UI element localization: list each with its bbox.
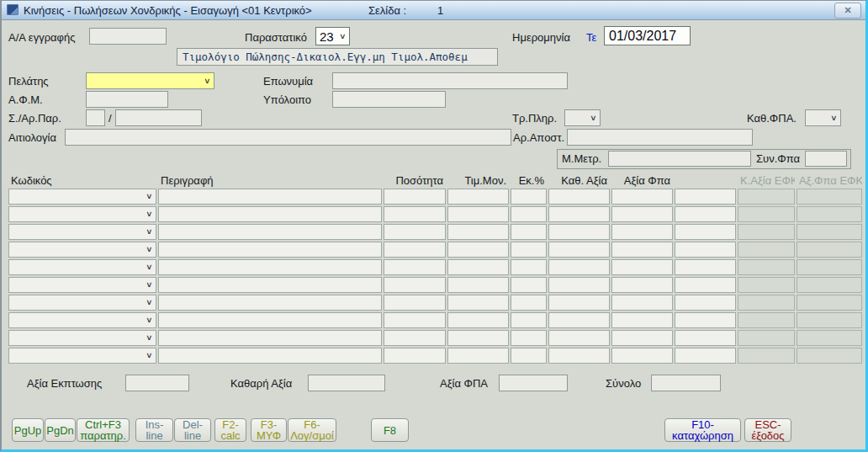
row-cell[interactable] [611,259,673,275]
row-cell[interactable] [384,348,446,364]
insert-line-button[interactable]: Ins-line [135,418,173,442]
row-cell[interactable] [511,206,547,222]
row-cell[interactable] [675,224,736,240]
row-cell[interactable] [611,348,673,364]
row-code-select[interactable]: ∨ [8,189,156,205]
row-cell[interactable] [447,348,509,364]
row-cell[interactable] [611,330,673,346]
ctrl-f3-notes-button[interactable]: Ctrl+F3παρατηρ. [77,418,130,442]
payment-method-select[interactable]: ∨ [564,109,601,126]
row-cell[interactable] [548,242,610,258]
doc-no-input[interactable] [115,109,202,126]
row-cell[interactable] [511,330,547,346]
f6-accounts-button[interactable]: F6-Λογ/σμοί [288,418,336,442]
row-code-select[interactable]: ∨ [8,206,156,222]
row-code-select[interactable]: ∨ [8,295,156,311]
row-cell[interactable] [511,277,547,293]
row-cell[interactable] [675,330,736,346]
row-cell[interactable] [447,224,509,240]
row-cell[interactable] [511,295,547,311]
f3-myf-button[interactable]: F3-ΜΥΦ [251,418,287,442]
series-input[interactable] [86,109,105,126]
row-cell[interactable] [158,224,382,240]
row-cell[interactable] [447,242,509,258]
row-cell[interactable] [511,224,547,240]
row-cell[interactable] [675,295,736,311]
row-cell[interactable] [511,189,547,205]
row-cell[interactable] [675,277,736,293]
row-code-select[interactable]: ∨ [8,330,156,346]
row-cell[interactable] [675,189,736,205]
row-code-select[interactable]: ∨ [8,242,156,258]
vat-total-input[interactable] [499,375,568,391]
delete-line-button[interactable]: Del-line [174,418,211,442]
row-cell[interactable] [511,259,547,275]
dispatch-no-input[interactable] [567,129,753,146]
row-code-select[interactable]: ∨ [8,348,156,364]
row-cell[interactable] [384,259,446,275]
unit-measure-input[interactable] [608,151,751,167]
document-select[interactable]: 23 ∨ [315,27,350,45]
row-cell[interactable] [548,295,610,311]
row-cell[interactable] [511,348,547,364]
row-cell[interactable] [384,224,446,240]
row-code-select[interactable]: ∨ [8,224,156,240]
row-cell[interactable] [675,348,736,364]
reason-input[interactable] [65,129,511,146]
row-cell[interactable] [158,242,382,258]
row-cell[interactable] [548,206,610,222]
row-cell[interactable] [384,242,446,258]
row-cell[interactable] [548,348,610,364]
row-cell[interactable] [675,242,736,258]
row-cell[interactable] [511,312,547,328]
discount-total-input[interactable] [125,375,189,391]
row-cell[interactable] [611,189,673,205]
pgup-button[interactable]: PgUp [12,418,44,442]
row-cell[interactable] [548,330,610,346]
grand-total-input[interactable] [651,375,721,391]
vat-status-select[interactable]: ∨ [805,109,841,126]
esc-exit-button[interactable]: ESC-έξοδος [744,418,791,442]
f2-calc-button[interactable]: F2-calc [214,418,246,442]
row-code-select[interactable]: ∨ [8,259,156,275]
row-cell[interactable] [384,330,446,346]
row-cell[interactable] [611,312,673,328]
afm-input[interactable] [86,91,168,108]
row-cell[interactable] [447,277,509,293]
pgdn-button[interactable]: PgDn [45,418,76,442]
row-cell[interactable] [158,312,382,328]
row-cell[interactable] [548,277,610,293]
row-cell[interactable] [611,206,673,222]
row-cell[interactable] [548,259,610,275]
row-cell[interactable] [384,295,446,311]
total-vat-input[interactable] [805,151,847,167]
row-cell[interactable] [447,330,509,346]
row-cell[interactable] [158,189,382,205]
row-cell[interactable] [158,295,382,311]
row-cell[interactable] [158,277,382,293]
row-cell[interactable] [384,312,446,328]
row-cell[interactable] [548,224,610,240]
row-cell[interactable] [447,189,509,205]
row-cell[interactable] [384,206,446,222]
row-cell[interactable] [447,206,509,222]
row-code-select[interactable]: ∨ [8,312,156,328]
customer-select[interactable]: ∨ [86,72,214,89]
record-no-input[interactable] [89,28,167,45]
row-cell[interactable] [447,312,509,328]
row-cell[interactable] [158,259,382,275]
row-code-select[interactable]: ∨ [8,277,156,293]
row-cell[interactable] [548,189,610,205]
balance-input[interactable] [332,91,446,108]
f10-save-button[interactable]: F10-καταχώρηση [664,418,741,442]
net-total-input[interactable] [308,375,385,391]
row-cell[interactable] [611,277,673,293]
date-input[interactable]: 01/03/2017 [604,26,691,45]
row-cell[interactable] [384,277,446,293]
f8-button[interactable]: F8 [371,418,409,442]
row-cell[interactable] [158,206,382,222]
row-cell[interactable] [611,295,673,311]
row-cell[interactable] [611,242,673,258]
row-cell[interactable] [384,189,446,205]
row-cell[interactable] [548,312,610,328]
